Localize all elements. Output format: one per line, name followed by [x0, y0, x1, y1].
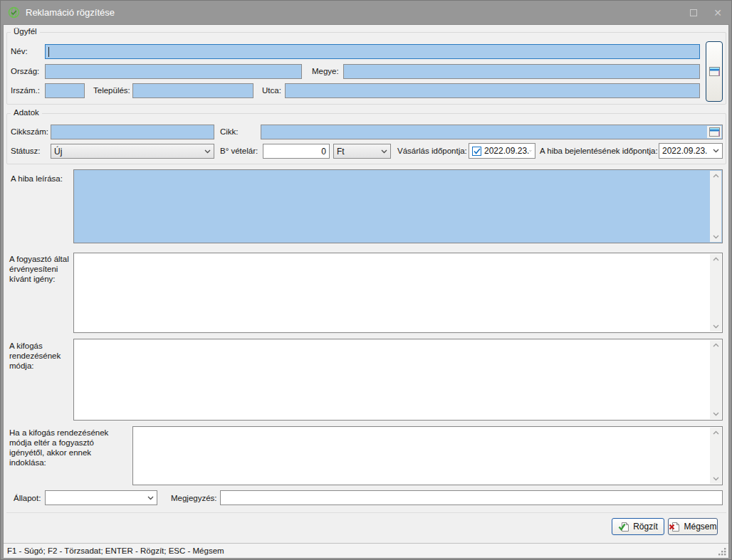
- separator-line: [6, 512, 726, 513]
- gross-price-label: B° vételár:: [220, 146, 258, 156]
- name-field[interactable]: [45, 44, 700, 59]
- cancel-button-label: Mégsem: [684, 522, 716, 532]
- country-field[interactable]: [45, 64, 302, 79]
- customer-lookup-button[interactable]: [706, 41, 723, 102]
- country-label: Ország:: [11, 66, 39, 76]
- chevron-down-icon: [529, 149, 532, 153]
- consumer-claim-label: A fogyasztó által érvényesíteni kívánt i…: [9, 254, 73, 284]
- street-field[interactable]: [285, 83, 700, 98]
- scroll-up-icon: [713, 430, 719, 435]
- status-label: Státusz:: [11, 146, 41, 156]
- defect-description-textarea[interactable]: [73, 169, 723, 243]
- deviation-reason-scrollbar[interactable]: [710, 428, 721, 484]
- save-button-label: Rögzít: [633, 522, 658, 532]
- currency-value: Ft: [337, 147, 345, 157]
- window-controls: ✕: [681, 1, 730, 24]
- close-button[interactable]: ✕: [706, 1, 730, 24]
- currency-dropdown[interactable]: Ft: [333, 144, 391, 159]
- chevron-down-icon: [381, 149, 387, 154]
- deviation-reason-label: Ha a kifogás rendezésének módja eltér a …: [9, 428, 130, 467]
- dialog-window: Reklamáció rögzítése ✕ Ügyfél Név: Orszá…: [0, 0, 732, 560]
- zip-field[interactable]: [45, 83, 85, 98]
- consumer-claim-scrollbar[interactable]: [710, 254, 721, 332]
- gross-price-value: 0: [321, 147, 326, 157]
- state-label: Állapot:: [14, 493, 41, 503]
- scroll-down-icon: [713, 235, 719, 239]
- item-label: Cikk:: [220, 127, 239, 137]
- report-date-label: A hiba bejelentésének időpontja:: [540, 146, 658, 156]
- deviation-reason-textarea[interactable]: [132, 426, 723, 485]
- maximize-icon: [690, 9, 697, 16]
- save-document-check-icon: [618, 522, 629, 532]
- gross-price-field[interactable]: 0: [263, 144, 330, 159]
- name-label: Név:: [11, 46, 28, 56]
- data-group-title: Adatok: [11, 108, 42, 117]
- maximize-button[interactable]: [681, 1, 706, 24]
- item-field[interactable]: [261, 125, 723, 139]
- app-icon: [7, 6, 20, 19]
- item-number-label: Cikkszám:: [11, 127, 48, 137]
- window-title: Reklamáció rögzítése: [26, 7, 115, 18]
- comment-label: Megjegyzés:: [171, 493, 217, 503]
- state-dropdown[interactable]: [45, 490, 157, 505]
- chevron-down-icon: [204, 149, 211, 154]
- county-field[interactable]: [343, 64, 700, 79]
- customer-group-title: Ügyfél: [11, 27, 40, 36]
- defect-description-scrollbar[interactable]: [710, 171, 721, 242]
- titlebar[interactable]: Reklamáció rögzítése ✕: [1, 1, 731, 24]
- comment-field[interactable]: [220, 490, 723, 505]
- status-value: Új: [54, 147, 62, 157]
- window-form-icon: [709, 127, 720, 137]
- scroll-down-icon: [713, 477, 719, 481]
- scroll-down-icon: [713, 412, 719, 416]
- scroll-down-icon: [713, 324, 719, 329]
- street-label: Utca:: [262, 85, 281, 95]
- county-label: Megye:: [312, 66, 339, 76]
- item-lookup-button[interactable]: [707, 126, 721, 138]
- purchase-date-picker[interactable]: 2022.09.23.: [469, 143, 535, 159]
- chevron-down-icon: [713, 149, 719, 153]
- settlement-method-scrollbar[interactable]: [710, 340, 721, 419]
- resize-grip[interactable]: [718, 548, 727, 556]
- chevron-down-icon: [147, 496, 154, 500]
- purchase-date-value: 2022.09.23.: [484, 146, 529, 156]
- cancel-button[interactable]: Mégsem: [668, 518, 718, 535]
- settlement-method-label: A kifogás rendezésének módja:: [9, 341, 73, 371]
- cancel-document-x-icon: [669, 522, 680, 532]
- report-date-picker[interactable]: 2022.09.23.: [659, 143, 723, 159]
- city-label: Település:: [93, 85, 130, 95]
- purchase-date-checkbox[interactable]: [472, 147, 481, 156]
- window-form-icon: [709, 67, 720, 76]
- scroll-up-icon: [713, 174, 719, 178]
- status-bar-text: F1 - Súgó; F2 - Törzsadat; ENTER - Rögzí…: [7, 546, 224, 555]
- status-bar: F1 - Súgó; F2 - Törzsadat; ENTER - Rögzí…: [4, 543, 728, 558]
- status-dropdown[interactable]: Új: [51, 144, 214, 159]
- defect-description-label: A hiba leírása:: [11, 174, 63, 184]
- settlement-method-textarea[interactable]: [73, 339, 723, 421]
- consumer-claim-textarea[interactable]: [73, 253, 723, 333]
- city-field[interactable]: [132, 83, 253, 98]
- report-date-value: 2022.09.23.: [662, 146, 707, 156]
- text-caret: [48, 47, 49, 57]
- checkmark-icon: [474, 148, 481, 154]
- scroll-up-icon: [713, 343, 719, 347]
- item-number-field[interactable]: [51, 125, 214, 139]
- zip-label: Irszám.:: [11, 85, 40, 95]
- close-icon: ✕: [713, 8, 722, 18]
- purchase-date-label: Vásárlás időpontja:: [397, 146, 467, 156]
- scroll-up-icon: [713, 257, 719, 261]
- save-button[interactable]: Rögzít: [612, 518, 664, 535]
